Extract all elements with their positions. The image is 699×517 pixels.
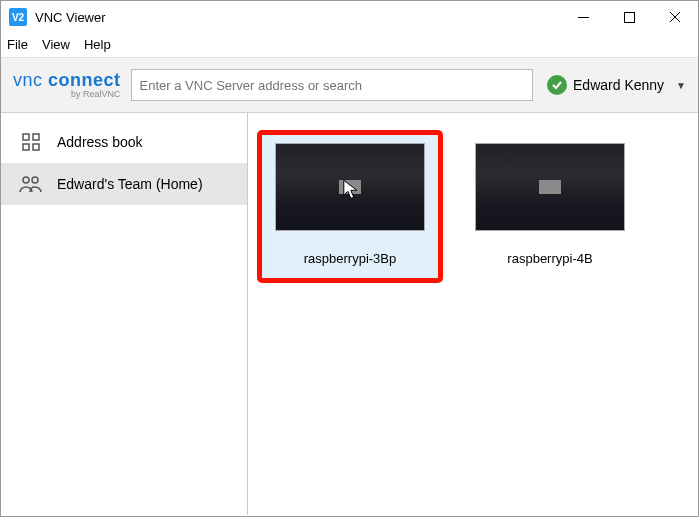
logo-subtext: by RealVNC [71, 90, 121, 99]
connection-list: raspberrypi-3Bp raspberrypi-4B [248, 113, 698, 515]
brand-logo: vnc connect by RealVNC [13, 71, 121, 99]
sidebar-item-team[interactable]: Edward's Team (Home) [1, 163, 247, 205]
search-input[interactable] [131, 69, 533, 101]
connection-label: raspberrypi-3Bp [304, 251, 397, 266]
svg-point-9 [32, 177, 38, 183]
sidebar: Address book Edward's Team (Home) [1, 113, 248, 515]
menu-view[interactable]: View [42, 37, 70, 52]
logo-text-a: vnc [13, 70, 43, 90]
svg-rect-7 [33, 144, 39, 150]
menu-file[interactable]: File [7, 37, 28, 52]
minimize-button[interactable] [560, 1, 606, 33]
maximize-button[interactable] [606, 1, 652, 33]
svg-rect-5 [33, 134, 39, 140]
close-button[interactable] [652, 1, 698, 33]
main-area: Address book Edward's Team (Home) raspbe… [1, 113, 698, 515]
toolbar: vnc connect by RealVNC Edward Kenny ▼ [1, 57, 698, 113]
menu-bar: File View Help [1, 33, 698, 57]
title-bar: V2 VNC Viewer [1, 1, 698, 33]
connection-thumbnail [275, 143, 425, 231]
menu-help[interactable]: Help [84, 37, 111, 52]
user-name-label: Edward Kenny [573, 77, 664, 93]
cursor-icon [343, 179, 361, 201]
svg-rect-4 [23, 134, 29, 140]
connection-label: raspberrypi-4B [507, 251, 592, 266]
logo-text-b: connect [48, 70, 121, 90]
svg-point-8 [23, 177, 29, 183]
connection-thumbnail [475, 143, 625, 231]
sidebar-item-label: Address book [57, 134, 143, 150]
window-title: VNC Viewer [35, 10, 106, 25]
sidebar-item-address-book[interactable]: Address book [1, 121, 247, 163]
svg-rect-6 [23, 144, 29, 150]
check-icon [547, 75, 567, 95]
app-icon: V2 [9, 8, 27, 26]
svg-rect-1 [624, 12, 634, 22]
grid-icon [17, 128, 45, 156]
connection-tile[interactable]: raspberrypi-4B [460, 133, 640, 280]
connection-tile[interactable]: raspberrypi-3Bp [260, 133, 440, 280]
chevron-down-icon: ▼ [676, 80, 686, 91]
window-controls [560, 1, 698, 33]
user-menu[interactable]: Edward Kenny ▼ [547, 75, 686, 95]
sidebar-item-label: Edward's Team (Home) [57, 176, 203, 192]
people-icon [17, 170, 45, 198]
